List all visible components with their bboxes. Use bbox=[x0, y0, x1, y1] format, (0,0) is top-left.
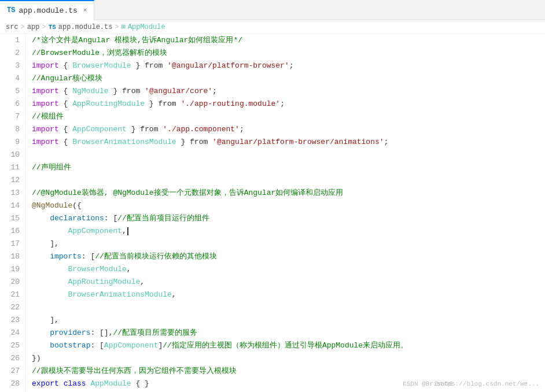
url-watermark: https://blog.csdn.net/we... bbox=[436, 380, 539, 387]
line-numbers: 1234567891011121314151617181920212223242… bbox=[0, 34, 26, 392]
line-number: 5 bbox=[8, 85, 20, 98]
token-normal bbox=[32, 227, 68, 235]
token-normal: : [ bbox=[90, 341, 104, 350]
code-line: ], bbox=[32, 314, 545, 327]
line-number: 15 bbox=[8, 212, 20, 225]
line-number: 10 bbox=[8, 149, 20, 161]
token-normal: from bbox=[190, 138, 208, 146]
token-normal: , bbox=[140, 278, 145, 286]
code-line: @NgModule({ bbox=[32, 199, 545, 212]
token-string: '@angular/platform-browser/animations' bbox=[212, 138, 384, 146]
token-class: AppRoutingModule bbox=[68, 278, 140, 286]
token-normal bbox=[208, 138, 212, 146]
code-line: BrowserAnimationsModule, bbox=[32, 289, 545, 301]
token-normal bbox=[32, 278, 68, 286]
token-normal: ], bbox=[50, 239, 59, 248]
line-number: 26 bbox=[8, 352, 20, 365]
bc-sep2: > bbox=[42, 23, 46, 31]
code-content: /*这个文件是Angular 根模块,告诉Angular如何组装应用*///Br… bbox=[26, 34, 545, 392]
token-normal: { bbox=[59, 87, 72, 95]
token-class: BrowserAnimationsModule bbox=[68, 290, 171, 299]
editor-window: TS app.module.ts × src > app > TS app.mo… bbox=[0, 0, 545, 392]
token-import: import bbox=[32, 125, 59, 134]
code-line: imports: [//配置当前模块运行依赖的其他模块 bbox=[32, 250, 545, 263]
token-class: AppComponent bbox=[104, 341, 159, 350]
token-comment: //配置当前项目运行的组件 bbox=[117, 214, 209, 223]
code-line: bootstrap: [AppComponent]//指定应用的主视图（称为根组… bbox=[32, 339, 545, 352]
code-line: BrowserModule, bbox=[32, 263, 545, 276]
token-normal bbox=[32, 214, 50, 223]
token-comment: //配置当前模块运行依赖的其他模块 bbox=[95, 252, 217, 261]
line-number: 4 bbox=[8, 72, 20, 85]
code-line bbox=[32, 301, 545, 314]
line-number: 1 bbox=[8, 34, 20, 47]
code-line bbox=[32, 174, 545, 187]
token-normal: from bbox=[122, 87, 140, 95]
code-line: declarations: [//配置当前项目运行的组件 bbox=[32, 212, 545, 225]
code-line: //声明组件 bbox=[32, 161, 545, 174]
token-normal: } bbox=[145, 99, 158, 108]
bc-ts-icon: TS bbox=[49, 24, 56, 31]
line-number: 7 bbox=[8, 110, 20, 123]
token-normal: } bbox=[176, 138, 190, 146]
code-line: //@NgModule装饰器, @NgModule接受一个元数据对象，告诉Ang… bbox=[32, 187, 545, 199]
token-class: AppRoutingModule bbox=[72, 99, 145, 108]
line-number: 21 bbox=[8, 289, 20, 301]
line-number: 12 bbox=[8, 174, 20, 187]
token-string: '@angular/core' bbox=[145, 87, 212, 95]
line-number: 16 bbox=[8, 225, 20, 238]
token-class: AppModule bbox=[90, 379, 131, 388]
file-tab[interactable]: TS app.module.ts × bbox=[0, 0, 94, 20]
token-normal: ; bbox=[240, 125, 244, 134]
token-normal: , bbox=[127, 265, 131, 273]
line-number: 27 bbox=[8, 365, 20, 378]
ts-file-icon: TS bbox=[7, 6, 15, 14]
token-comment: /*这个文件是Angular 根模块,告诉Angular如何组装应用*/ bbox=[32, 36, 242, 45]
code-line bbox=[32, 149, 545, 161]
token-normal: ; bbox=[384, 138, 389, 146]
line-number: 23 bbox=[8, 314, 20, 327]
token-class: NgModule bbox=[72, 87, 108, 95]
code-line: AppRoutingModule, bbox=[32, 276, 545, 289]
close-tab-icon[interactable]: × bbox=[83, 7, 87, 14]
token-class: AppComponent bbox=[72, 125, 127, 134]
token-normal: ], bbox=[50, 316, 59, 324]
line-number: 20 bbox=[8, 276, 20, 289]
token-comment: //指定应用的主视图（称为根组件）通过引导根AppModule来启动应用。 bbox=[163, 341, 408, 350]
token-comment: //声明组件 bbox=[32, 163, 71, 172]
bc-sep1: > bbox=[21, 23, 25, 31]
bc-sep3: > bbox=[115, 23, 119, 31]
token-normal bbox=[59, 379, 64, 388]
token-normal: : [ bbox=[82, 252, 95, 261]
line-number: 11 bbox=[8, 161, 20, 174]
token-normal bbox=[32, 239, 50, 248]
code-line: import { AppRoutingModule } from './app-… bbox=[32, 98, 545, 110]
token-normal: from bbox=[158, 99, 176, 108]
token-decorator: @NgModule bbox=[32, 201, 72, 210]
line-number: 17 bbox=[8, 238, 20, 250]
token-class: BrowserModule bbox=[72, 61, 131, 70]
code-line: import { BrowserModule } from '@angular/… bbox=[32, 60, 545, 72]
token-normal: from bbox=[140, 125, 158, 134]
bc-file: app.module.ts bbox=[58, 23, 113, 31]
code-line: AppComponent, bbox=[32, 225, 545, 238]
code-line: import { AppComponent } from './app.comp… bbox=[32, 123, 545, 136]
token-normal bbox=[32, 290, 68, 299]
token-normal bbox=[32, 265, 68, 273]
token-import: import bbox=[32, 87, 59, 95]
token-import: import bbox=[32, 61, 59, 70]
code-editor[interactable]: 1234567891011121314151617181920212223242… bbox=[0, 34, 545, 392]
token-class: BrowserAnimationsModule bbox=[72, 138, 176, 146]
token-normal: }) bbox=[32, 354, 41, 363]
line-number: 6 bbox=[8, 98, 20, 110]
token-prop: bootstrap bbox=[50, 341, 90, 350]
token-class: AppComponent bbox=[68, 227, 122, 235]
token-normal: { } bbox=[131, 379, 149, 388]
token-normal bbox=[32, 316, 50, 324]
token-normal: } bbox=[109, 87, 122, 95]
code-line: import { NgModule } from '@angular/core'… bbox=[32, 85, 545, 98]
token-normal: { bbox=[59, 138, 72, 146]
breadcrumb: src > app > TS app.module.ts > ⊞ AppModu… bbox=[0, 20, 545, 34]
line-number: 22 bbox=[8, 301, 20, 314]
code-line: //BrowserModule，浏览器解析的模块 bbox=[32, 47, 545, 60]
